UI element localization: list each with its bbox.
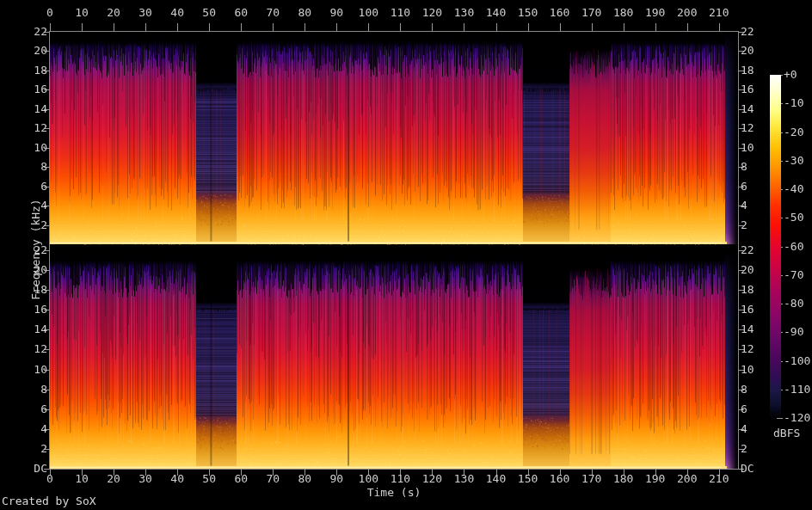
freq-tick-label-right: 16	[741, 83, 754, 95]
freq-tick-label-right: 10	[741, 364, 754, 375]
freq-tick-label-left: 2	[40, 443, 47, 454]
x-tick-label-top: 120	[422, 7, 442, 18]
x-tick-label-top: 0	[46, 7, 53, 18]
x-tick-label-bottom: 70	[266, 473, 280, 484]
freq-tick-label-right: 8	[741, 161, 747, 172]
colorbar-tick-label: -120	[784, 412, 810, 423]
x-axis-title: Time (s)	[50, 486, 738, 499]
freq-tick-label-left: 8	[40, 384, 47, 395]
x-tick-label-top: 60	[234, 7, 248, 18]
x-tick-label-bottom: 200	[677, 473, 697, 484]
x-tick-label-top: 90	[330, 7, 344, 18]
x-tick-label-bottom: 10	[75, 473, 89, 484]
freq-tick-label-left: 4	[40, 423, 47, 434]
x-tick-label-top: 140	[486, 7, 506, 18]
freq-tick-label-left: 6	[40, 181, 47, 192]
x-tick-label-top: 40	[170, 7, 184, 18]
x-tick-label-top: 110	[391, 7, 410, 18]
freq-tick-label-right: 2	[741, 443, 747, 454]
freq-tick-label-left: 18	[34, 65, 47, 76]
freq-tick-label-left: 6	[40, 403, 47, 415]
freq-tick-label-right: 6	[741, 403, 747, 415]
freq-tick-label-left: 10	[34, 364, 47, 375]
freq-tick-label-right: 20	[741, 45, 754, 56]
x-tick-label-bottom: 30	[138, 473, 152, 484]
colorbar-tick-label: -90	[784, 326, 803, 337]
freq-tick-label-left: 14	[34, 323, 47, 335]
colorbar-tick-label: -60	[784, 241, 803, 252]
x-tick-label-bottom: 60	[234, 473, 248, 484]
created-by-sox-label: Created by SoX	[2, 495, 96, 507]
x-tick-label-top: 50	[202, 7, 216, 18]
freq-tick-label-right: DC	[741, 463, 754, 474]
x-tick-label-top: 10	[75, 7, 89, 18]
freq-tick-label-right: 4	[741, 200, 747, 211]
x-tick-label-top: 150	[518, 7, 538, 18]
freq-tick-label-right: 2	[741, 219, 747, 230]
freq-tick-label-right: 6	[741, 181, 747, 192]
x-tick-label-bottom: 150	[518, 473, 538, 484]
x-tick-label-top: 130	[454, 7, 474, 18]
x-tick-label-top: 190	[645, 7, 665, 18]
x-tick-label-bottom: 140	[486, 473, 506, 484]
freq-tick-label-right: 4	[741, 423, 747, 434]
x-tick-label-top: 30	[138, 7, 152, 18]
freq-tick-label-left: 12	[34, 122, 47, 133]
x-tick-label-bottom: 40	[170, 473, 184, 484]
x-tick-label-top: 100	[359, 7, 378, 18]
colorbar-tick-label: -50	[784, 212, 803, 223]
x-tick-label-bottom: 50	[202, 473, 216, 484]
freq-tick-label-right: 10	[741, 142, 754, 153]
freq-tick-label-right: 14	[741, 103, 754, 114]
colorbar-tick-label: +0	[784, 69, 797, 80]
freq-tick-label-right: 18	[741, 65, 754, 76]
x-tick-label-bottom: 180	[613, 473, 633, 484]
colorbar-tick-label: -20	[784, 126, 803, 138]
x-tick-label-top: 180	[613, 7, 633, 18]
x-tick-label-bottom: 130	[454, 473, 474, 484]
x-tick-label-bottom: 120	[422, 473, 442, 484]
x-tick-label-bottom: 160	[550, 473, 569, 484]
freq-tick-label-right: 12	[741, 122, 754, 133]
colorbar-tick-label: -70	[784, 269, 803, 280]
x-tick-label-top: 160	[550, 7, 569, 18]
freq-tick-label-right: 16	[741, 304, 754, 315]
x-tick-label-bottom: 90	[330, 473, 344, 484]
y-axis-title: Frequency (kHz)	[29, 199, 42, 299]
freq-tick-label-left: 22	[34, 26, 47, 37]
x-tick-label-bottom: 0	[46, 473, 53, 484]
freq-tick-label-right: 18	[741, 284, 754, 295]
x-tick-label-bottom: 20	[107, 473, 120, 484]
colorbar-tick-label: -110	[784, 384, 810, 395]
x-tick-label-bottom: 210	[709, 473, 729, 484]
colorbar-unit-label: dBFS	[773, 427, 800, 439]
x-tick-label-top: 170	[581, 7, 601, 18]
freq-tick-label-left: 14	[34, 103, 47, 114]
x-tick-label-bottom: 190	[645, 473, 665, 484]
x-tick-label-bottom: 110	[391, 473, 410, 484]
colorbar-tick-label: -10	[784, 97, 803, 108]
x-tick-label-bottom: 80	[298, 473, 311, 484]
colorbar-tick-label: -100	[784, 355, 810, 366]
x-tick-label-top: 200	[677, 7, 697, 18]
colorbar-tick-label: -40	[784, 183, 803, 194]
colorbar-tick-label: -30	[784, 155, 803, 166]
x-tick-label-top: 210	[709, 7, 729, 18]
freq-tick-label-left: 20	[34, 45, 47, 56]
freq-tick-label-left: DC	[34, 463, 47, 474]
freq-tick-label-right: 8	[741, 384, 747, 395]
freq-tick-label-right: 20	[741, 264, 754, 275]
freq-tick-label-left: 8	[40, 161, 47, 172]
sox-spectrogram-window: 0010102020303040405050606070708080909010…	[0, 0, 812, 510]
freq-tick-label-left: 10	[34, 142, 47, 153]
freq-tick-label-right: 12	[741, 343, 754, 354]
freq-tick-label-left: 12	[34, 343, 47, 354]
freq-tick-label-right: 14	[741, 323, 754, 335]
x-tick-label-top: 20	[107, 7, 120, 18]
freq-tick-label-left: 16	[34, 83, 47, 95]
freq-tick-label-right: 22	[741, 26, 754, 37]
freq-tick-label-right: 22	[741, 244, 754, 255]
freq-tick-label-left: 16	[34, 304, 47, 315]
x-tick-label-top: 70	[266, 7, 280, 18]
colorbar-tick-label: -80	[784, 298, 803, 309]
